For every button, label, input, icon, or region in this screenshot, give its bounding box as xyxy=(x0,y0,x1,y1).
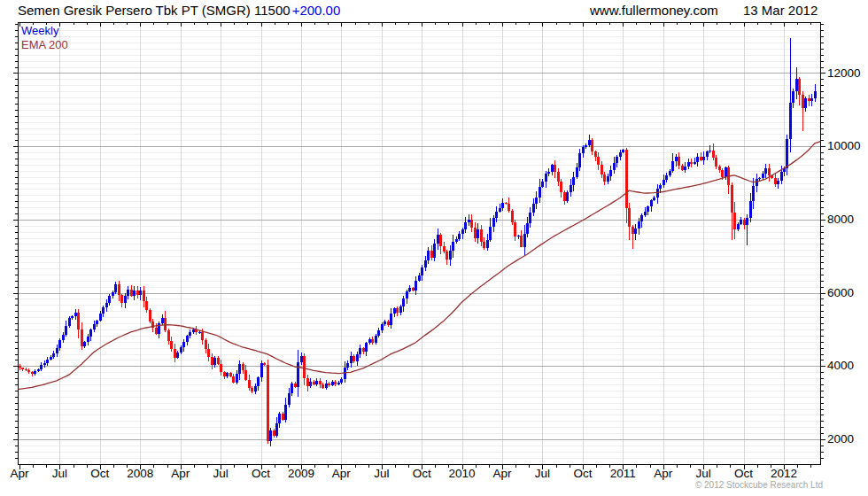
candle xyxy=(331,380,334,386)
candle xyxy=(669,169,671,177)
candle xyxy=(798,77,801,105)
candle xyxy=(399,305,402,315)
candle xyxy=(325,380,328,390)
candle xyxy=(362,347,365,354)
candle xyxy=(795,67,798,99)
x-tick-label: Jul xyxy=(684,467,723,480)
candle xyxy=(387,320,390,327)
x-tick-label: 2012 xyxy=(764,467,803,480)
candle xyxy=(489,218,492,242)
candle xyxy=(539,179,541,203)
candle xyxy=(601,161,603,179)
candle xyxy=(700,152,702,162)
y-tick-label: 2000 xyxy=(827,432,854,446)
candle xyxy=(804,97,807,112)
candle xyxy=(415,276,417,295)
y-tick-label: 12000 xyxy=(827,66,861,81)
candle xyxy=(263,362,266,366)
candle xyxy=(551,164,554,176)
candle xyxy=(37,368,40,372)
candle xyxy=(71,315,74,320)
candle xyxy=(89,329,92,341)
x-tick-label: 2011 xyxy=(603,467,642,480)
candle xyxy=(557,168,560,186)
candle xyxy=(554,160,556,178)
candle xyxy=(603,172,606,185)
candle xyxy=(585,143,587,149)
candle xyxy=(563,190,566,205)
candle xyxy=(764,164,767,177)
candle xyxy=(535,191,538,209)
candle xyxy=(640,213,643,228)
candle xyxy=(808,95,810,106)
candle xyxy=(715,155,717,169)
candle xyxy=(136,286,139,298)
candle xyxy=(167,329,170,345)
candle xyxy=(186,335,189,345)
candle xyxy=(46,357,49,366)
candle xyxy=(127,286,129,300)
candle xyxy=(195,326,198,335)
candle xyxy=(232,374,235,384)
candle xyxy=(211,353,213,369)
candle xyxy=(21,368,24,371)
candle xyxy=(350,352,353,367)
candle xyxy=(284,398,287,422)
y-tick-label: 10000 xyxy=(827,139,861,153)
candle xyxy=(337,381,340,384)
candle xyxy=(418,273,421,282)
x-tick-label: Oct xyxy=(242,467,281,480)
candle xyxy=(220,360,222,376)
candle xyxy=(650,199,653,212)
candle xyxy=(523,225,526,255)
x-tick-label: Oct xyxy=(402,467,441,480)
candle xyxy=(547,168,550,175)
candle xyxy=(499,204,501,213)
x-tick-label: Apr xyxy=(483,467,522,480)
candle xyxy=(19,364,21,370)
candle xyxy=(591,138,593,154)
candle xyxy=(470,214,473,232)
candle xyxy=(570,179,572,198)
candle xyxy=(322,383,324,389)
candle xyxy=(628,203,631,240)
candle xyxy=(306,375,309,391)
candle xyxy=(96,320,98,327)
candle xyxy=(607,174,609,184)
candle xyxy=(480,225,483,246)
candle xyxy=(176,351,179,359)
candle xyxy=(368,337,371,345)
candle xyxy=(644,207,647,217)
candle xyxy=(727,166,730,194)
candle xyxy=(529,207,531,228)
ema-200-line xyxy=(19,142,821,390)
candle xyxy=(663,174,665,188)
candle xyxy=(597,152,600,170)
candle xyxy=(189,329,191,337)
legend-timeframe: Weekly xyxy=(21,24,58,37)
candle xyxy=(814,84,817,101)
candle xyxy=(514,220,516,241)
candle xyxy=(402,296,405,312)
candle xyxy=(412,287,415,291)
candle xyxy=(656,184,659,203)
candle xyxy=(344,361,346,383)
candle xyxy=(31,371,34,376)
candle xyxy=(217,356,220,365)
y-tick-label: 6000 xyxy=(827,286,854,300)
candle xyxy=(486,234,489,251)
candle xyxy=(164,311,167,332)
candle xyxy=(774,174,777,186)
candle xyxy=(108,294,111,306)
candle xyxy=(746,214,748,245)
candle xyxy=(762,171,764,180)
candle xyxy=(83,341,86,348)
candle xyxy=(291,382,293,396)
candle xyxy=(408,285,411,292)
x-tick-label: Oct xyxy=(725,467,763,480)
candle xyxy=(328,382,330,388)
candle xyxy=(238,360,241,380)
x-tick-label: Apr xyxy=(322,467,360,480)
candle xyxy=(505,202,508,205)
candle xyxy=(594,151,597,161)
